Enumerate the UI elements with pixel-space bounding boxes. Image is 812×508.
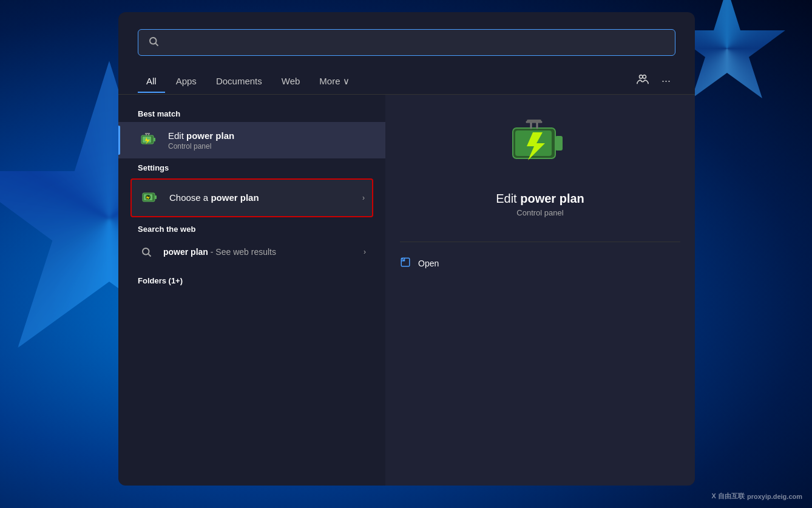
svg-rect-11: [155, 195, 157, 199]
svg-point-3: [643, 75, 646, 79]
watermark: X 自由互联 proxyip.deig.com: [712, 492, 802, 501]
open-label: Open: [418, 259, 439, 268]
choose-power-plan-icon: [139, 187, 161, 209]
results-panel: Best match: [118, 95, 385, 486]
web-search-item[interactable]: power plan - See web results ›: [118, 237, 385, 266]
web-search-text: power plan - See web results: [163, 247, 355, 257]
detail-panel: Edit power plan Control panel Open: [385, 95, 695, 486]
svg-line-15: [148, 254, 151, 256]
content-area: Best match: [118, 95, 695, 486]
nav-tabs: All Apps Documents Web More ∨ ···: [118, 68, 695, 95]
settings-label: Settings: [118, 158, 385, 176]
detail-divider: [400, 242, 680, 242]
web-search-label: Search the web: [118, 220, 385, 237]
tab-more[interactable]: More ∨: [311, 70, 357, 93]
more-options-icon[interactable]: ···: [657, 70, 675, 92]
search-input[interactable]: power plan: [166, 36, 665, 49]
personas-icon[interactable]: [631, 68, 654, 94]
svg-rect-5: [154, 138, 155, 141]
tab-all[interactable]: All: [138, 70, 165, 92]
svg-rect-17: [555, 136, 563, 151]
web-search-icon: [138, 243, 155, 260]
settings-item[interactable]: Choose a power plan ›: [130, 178, 373, 217]
best-match-text: Edit power plan Control panel: [168, 130, 366, 151]
search-panel: power plan All Apps Documents Web More ∨…: [118, 12, 695, 486]
settings-item-text: Choose a power plan: [169, 192, 354, 204]
web-search-arrow: ›: [364, 248, 366, 256]
best-match-subtitle: Control panel: [168, 142, 366, 151]
search-input-container[interactable]: power plan: [138, 29, 675, 56]
open-icon: [400, 257, 411, 270]
svg-line-1: [155, 43, 158, 46]
detail-icon-large: [510, 119, 570, 180]
watermark-domain: proxyip.deig.com: [747, 493, 802, 500]
edit-power-plan-icon: [138, 129, 160, 151]
search-input-wrapper: power plan: [118, 12, 695, 68]
tab-apps[interactable]: Apps: [167, 70, 205, 92]
detail-subtitle: Control panel: [516, 208, 563, 217]
watermark-brand: X 自由互联: [712, 492, 745, 501]
best-match-item[interactable]: Edit power plan Control panel: [118, 122, 385, 158]
web-search-term: power plan: [163, 247, 208, 257]
open-action[interactable]: Open: [400, 252, 680, 275]
search-icon: [148, 36, 159, 49]
svg-point-0: [150, 38, 157, 44]
settings-item-title: Choose a power plan: [169, 192, 354, 204]
detail-title: Edit power plan: [496, 192, 584, 206]
web-search-suffix: - See web results: [208, 247, 276, 257]
best-match-title: Edit power plan: [168, 130, 366, 142]
tab-documents[interactable]: Documents: [208, 70, 271, 92]
svg-rect-22: [527, 120, 541, 123]
svg-point-14: [143, 248, 149, 255]
tab-web[interactable]: Web: [273, 70, 309, 92]
chevron-right-icon: ›: [362, 194, 365, 202]
folders-label: Folders (1+): [118, 266, 385, 290]
chevron-down-icon: ∨: [343, 76, 350, 87]
best-match-label: Best match: [118, 104, 385, 122]
